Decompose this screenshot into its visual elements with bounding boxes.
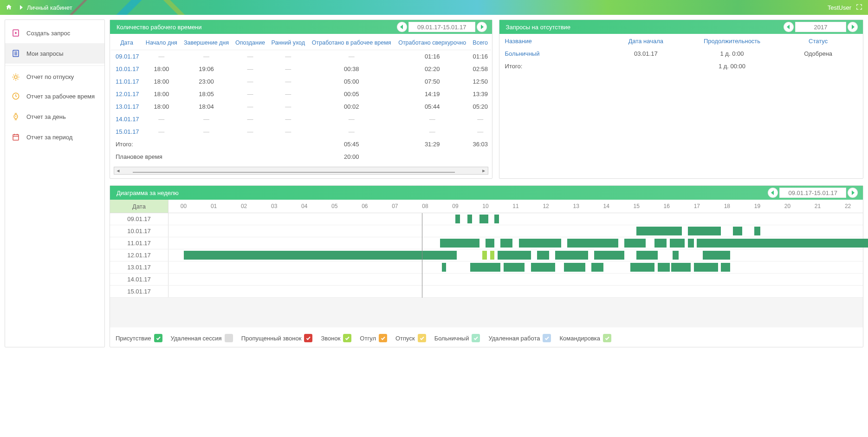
legend-item[interactable]: Отгул (360, 334, 387, 342)
scroll-left-icon[interactable]: ◄ (114, 167, 122, 174)
chart-hour-label: 12 (531, 200, 561, 213)
worktime-cell: — (470, 125, 491, 138)
worktime-planned-row: Плановое время20:00 (111, 150, 491, 163)
chart-hour-label: 04 (289, 200, 319, 213)
absence-next-button[interactable] (848, 22, 858, 32)
chart-next-button[interactable] (848, 188, 858, 198)
chart-range[interactable]: 09.01.17-15.01.17 (779, 188, 846, 198)
scroll-thumb[interactable] (133, 172, 455, 173)
chart-legend: ПрисутствиеУдаленная сессияПропущенный з… (110, 327, 863, 347)
chart-bar (694, 263, 718, 272)
chart-panel-header: Диаграмма за неделю 09.01.17-15.01.17 (110, 186, 863, 200)
legend-item[interactable]: Отпуск (395, 334, 426, 342)
sidebar-my-requests[interactable]: Мои запросы (5, 43, 104, 64)
worktime-date-link[interactable]: 09.01.17 (111, 50, 143, 63)
chart-bar (654, 239, 667, 248)
sidebar-worktime-report[interactable]: Отчет за рабочее время (5, 86, 104, 106)
legend-label: Отпуск (395, 335, 415, 342)
legend-label: Отгул (360, 335, 376, 342)
worktime-date-link[interactable]: 15.01.17 (111, 125, 143, 138)
absence-name-link[interactable]: Больничный (505, 50, 607, 57)
home-icon[interactable] (6, 4, 12, 12)
chart-hour-label: 07 (380, 200, 410, 213)
worktime-date-link[interactable]: 14.01.17 (111, 113, 143, 125)
worktime-cell: 05:45 (308, 138, 395, 150)
worktime-cell: — (268, 100, 308, 113)
chart-hour-label: 02 (229, 200, 259, 213)
absence-range[interactable]: 2017 (795, 22, 846, 32)
worktime-cell: 05:44 (395, 100, 470, 113)
legend-checkbox[interactable] (472, 334, 480, 342)
legend-item[interactable]: Пропущенный звонок (241, 334, 313, 342)
chart-prev-button[interactable] (768, 188, 778, 198)
legend-item[interactable]: Удаленная работа (488, 334, 551, 342)
chart-bar (594, 251, 624, 260)
sidebar-vacation-report[interactable]: Отчет по отпуску (5, 65, 104, 86)
worktime-cell: — (143, 50, 181, 63)
chart-row-bars (168, 261, 863, 273)
worktime-cell: — (268, 75, 308, 88)
sidebar-period-report[interactable]: Отчет за период (5, 127, 104, 147)
legend-item[interactable]: Больничный (434, 334, 480, 342)
sidebar-create-request[interactable]: Создать запрос (5, 23, 104, 43)
worktime-row: 10.01.1718:0019:06——00:3802:2002:58 (111, 63, 491, 75)
worktime-cell: 18:05 (181, 88, 232, 100)
legend-checkbox[interactable] (154, 334, 162, 342)
chart-row-label: 13.01.17 (110, 261, 168, 273)
svg-point-2 (14, 76, 17, 78)
legend-checkbox[interactable] (379, 334, 387, 342)
chart-row-bars (168, 237, 863, 249)
legend-checkbox[interactable] (304, 334, 312, 342)
chart-hour-label: 09 (440, 200, 470, 213)
worktime-cell: — (181, 125, 232, 138)
legend-label: Командировка (559, 335, 600, 342)
legend-item[interactable]: Звонок (321, 334, 351, 342)
legend-checkbox[interactable] (418, 334, 426, 342)
worktime-cell: 14:19 (395, 88, 470, 100)
legend-item[interactable]: Присутствие (116, 334, 162, 342)
worktime-next-button[interactable] (477, 22, 487, 32)
legend-checkbox[interactable] (343, 334, 351, 342)
chart-bar (703, 251, 730, 260)
worktime-cell: 18:00 (143, 100, 181, 113)
chart-bar (630, 263, 654, 272)
breadcrumb-chevron-icon (19, 4, 23, 11)
chart-bar (721, 263, 730, 272)
absence-panel-title: Запросы на отсутствие (506, 24, 782, 31)
chart-row-label: 15.01.17 (110, 286, 168, 297)
worktime-col-header: Ранний уход (268, 36, 308, 50)
worktime-cell: — (232, 63, 268, 75)
fullscreen-icon[interactable] (856, 4, 862, 12)
worktime-date-link[interactable]: 11.01.17 (111, 75, 143, 88)
scroll-right-icon[interactable]: ► (480, 167, 488, 174)
worktime-range[interactable]: 09.01.17-15.01.17 (408, 22, 475, 32)
chart-bar (442, 263, 447, 272)
worktime-date-link[interactable]: 10.01.17 (111, 63, 143, 75)
legend-checkbox[interactable] (543, 334, 551, 342)
chart-bar (697, 239, 868, 248)
watch-icon (12, 112, 20, 121)
worktime-date-link[interactable]: 12.01.17 (111, 88, 143, 100)
legend-checkbox[interactable] (225, 334, 233, 342)
chart-row-bars (168, 274, 863, 285)
legend-checkbox[interactable] (603, 334, 611, 342)
worktime-cell: — (268, 63, 308, 75)
current-user[interactable]: TestUser (828, 4, 851, 11)
worktime-table: ДатаНачало дняЗавершение дняОпозданиеРан… (111, 36, 491, 163)
worktime-cell: 00:02 (308, 100, 395, 113)
chart-bar (624, 239, 646, 248)
chart-row: 14.01.17 (110, 274, 863, 286)
legend-item[interactable]: Командировка (559, 334, 611, 342)
chart-bar (440, 239, 479, 248)
legend-item[interactable]: Удаленная сессия (171, 334, 233, 342)
chart-bar (494, 215, 499, 223)
chart-bar (455, 215, 460, 223)
absence-prev-button[interactable] (784, 22, 794, 32)
worktime-horizontal-scrollbar[interactable]: ◄ ► (114, 167, 488, 175)
page-title: Личный кабинет (27, 4, 72, 11)
sidebar-day-report[interactable]: Отчет за день (5, 106, 104, 127)
worktime-date-link[interactable]: 13.01.17 (111, 100, 143, 113)
absence-col-header: Продолжительность (685, 38, 779, 45)
worktime-prev-button[interactable] (397, 22, 407, 32)
worktime-col-header: Завершение дня (181, 36, 232, 50)
